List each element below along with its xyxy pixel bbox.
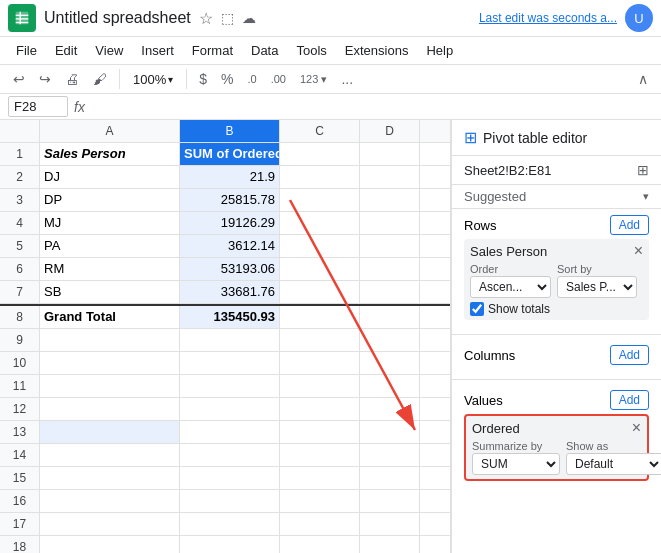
cell-b14[interactable] xyxy=(180,444,280,466)
pivot-chip-close-button[interactable]: × xyxy=(634,243,643,259)
more-toolbar-button[interactable]: ... xyxy=(336,68,358,90)
star-icon[interactable]: ☆ xyxy=(199,9,213,28)
cell-c15[interactable] xyxy=(280,467,360,489)
col-header-a[interactable]: A xyxy=(40,120,180,142)
cell-d3[interactable] xyxy=(360,189,420,211)
cell-a1[interactable]: Sales Person xyxy=(40,143,180,165)
cell-c9[interactable] xyxy=(280,329,360,351)
cell-a15[interactable] xyxy=(40,467,180,489)
cell-b17[interactable] xyxy=(180,513,280,535)
formula-input[interactable] xyxy=(91,99,653,114)
cell-c13[interactable] xyxy=(280,421,360,443)
col-header-c[interactable]: C xyxy=(280,120,360,142)
menu-data[interactable]: Data xyxy=(243,39,286,62)
menu-tools[interactable]: Tools xyxy=(288,39,334,62)
cell-d18[interactable] xyxy=(360,536,420,553)
cell-c17[interactable] xyxy=(280,513,360,535)
cell-b8[interactable]: 135450.93 xyxy=(180,306,280,328)
cell-a4[interactable]: MJ xyxy=(40,212,180,234)
cell-d6[interactable] xyxy=(360,258,420,280)
cell-a6[interactable]: RM xyxy=(40,258,180,280)
cell-b18[interactable] xyxy=(180,536,280,553)
cell-c1[interactable] xyxy=(280,143,360,165)
cell-d12[interactable] xyxy=(360,398,420,420)
cell-d16[interactable] xyxy=(360,490,420,512)
cell-c11[interactable] xyxy=(280,375,360,397)
cell-a8[interactable]: Grand Total xyxy=(40,306,180,328)
pivot-sort-by-select[interactable]: Sales P... xyxy=(557,276,637,298)
format123-button[interactable]: 123 ▾ xyxy=(295,70,332,89)
cell-d14[interactable] xyxy=(360,444,420,466)
cell-a16[interactable] xyxy=(40,490,180,512)
col-header-d[interactable]: D xyxy=(360,120,420,142)
cell-b10[interactable] xyxy=(180,352,280,374)
pivot-summarize-select[interactable]: SUM COUNT AVERAGE xyxy=(472,453,560,475)
cell-b9[interactable] xyxy=(180,329,280,351)
redo-button[interactable]: ↪ xyxy=(34,68,56,90)
cell-d11[interactable] xyxy=(360,375,420,397)
pivot-suggested-section[interactable]: Suggested ▾ xyxy=(452,185,661,209)
print-button[interactable]: 🖨 xyxy=(60,68,84,90)
cell-d2[interactable] xyxy=(360,166,420,188)
cell-b2[interactable]: 21.9 xyxy=(180,166,280,188)
cell-a9[interactable] xyxy=(40,329,180,351)
cell-c8[interactable] xyxy=(280,306,360,328)
cell-c2[interactable] xyxy=(280,166,360,188)
decimal-more-button[interactable]: .00 xyxy=(266,70,291,88)
pivot-source-grid-icon[interactable]: ⊞ xyxy=(637,162,649,178)
cell-a17[interactable] xyxy=(40,513,180,535)
document-title[interactable]: Untitled spreadsheet xyxy=(44,9,191,27)
cell-b1[interactable]: SUM of Ordered xyxy=(180,143,280,165)
menu-help[interactable]: Help xyxy=(418,39,461,62)
cell-b6[interactable]: 53193.06 xyxy=(180,258,280,280)
account-icon[interactable]: U xyxy=(625,4,653,32)
menu-file[interactable]: File xyxy=(8,39,45,62)
cell-c7[interactable] xyxy=(280,281,360,303)
cell-d8[interactable] xyxy=(360,306,420,328)
cell-b15[interactable] xyxy=(180,467,280,489)
cell-c18[interactable] xyxy=(280,536,360,553)
cell-c5[interactable] xyxy=(280,235,360,257)
currency-button[interactable]: $ xyxy=(194,68,212,90)
cell-d17[interactable] xyxy=(360,513,420,535)
cell-reference-input[interactable] xyxy=(8,96,68,117)
cell-a5[interactable]: PA xyxy=(40,235,180,257)
cell-b12[interactable] xyxy=(180,398,280,420)
cell-c16[interactable] xyxy=(280,490,360,512)
cell-b7[interactable]: 33681.76 xyxy=(180,281,280,303)
cell-a7[interactable]: SB xyxy=(40,281,180,303)
zoom-selector[interactable]: 100% ▾ xyxy=(127,69,179,90)
menu-view[interactable]: View xyxy=(87,39,131,62)
col-header-b[interactable]: B xyxy=(180,120,280,142)
menu-edit[interactable]: Edit xyxy=(47,39,85,62)
cell-b11[interactable] xyxy=(180,375,280,397)
cell-a18[interactable] xyxy=(40,536,180,553)
menu-format[interactable]: Format xyxy=(184,39,241,62)
cell-d5[interactable] xyxy=(360,235,420,257)
cell-b4[interactable]: 19126.29 xyxy=(180,212,280,234)
pivot-order-select[interactable]: Ascen... Descen... xyxy=(470,276,551,298)
cell-d13[interactable] xyxy=(360,421,420,443)
cell-c12[interactable] xyxy=(280,398,360,420)
cell-c4[interactable] xyxy=(280,212,360,234)
cell-a3[interactable]: DP xyxy=(40,189,180,211)
move-icon[interactable]: ⬚ xyxy=(221,10,234,26)
cell-b3[interactable]: 25815.78 xyxy=(180,189,280,211)
paint-format-button[interactable]: 🖌 xyxy=(88,68,112,90)
cell-d10[interactable] xyxy=(360,352,420,374)
percent-button[interactable]: % xyxy=(216,68,238,90)
pivot-columns-add-button[interactable]: Add xyxy=(610,345,649,365)
cell-b13[interactable] xyxy=(180,421,280,443)
cell-a2[interactable]: DJ xyxy=(40,166,180,188)
cell-a14[interactable] xyxy=(40,444,180,466)
cell-d4[interactable] xyxy=(360,212,420,234)
cell-c3[interactable] xyxy=(280,189,360,211)
cell-c10[interactable] xyxy=(280,352,360,374)
cell-a13[interactable] xyxy=(40,421,180,443)
pivot-values-add-button[interactable]: Add xyxy=(610,390,649,410)
cell-c14[interactable] xyxy=(280,444,360,466)
cell-d9[interactable] xyxy=(360,329,420,351)
cell-d1[interactable] xyxy=(360,143,420,165)
pivot-rows-add-button[interactable]: Add xyxy=(610,215,649,235)
cell-a12[interactable] xyxy=(40,398,180,420)
